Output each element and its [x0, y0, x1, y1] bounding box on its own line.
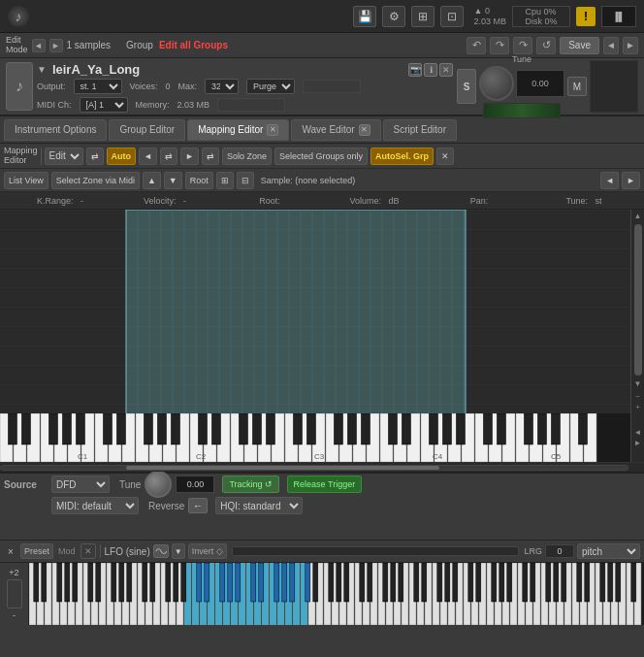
h-scrollbar-handle[interactable]: [126, 466, 439, 470]
svg-rect-223: [399, 563, 403, 602]
pitch-slider[interactable]: [7, 579, 22, 608]
svg-rect-205: [205, 563, 209, 602]
h-scrollbar[interactable]: [0, 462, 644, 472]
release-trigger-btn[interactable]: Release Trigger: [287, 476, 363, 493]
grid-btn[interactable]: ⊞: [216, 172, 234, 189]
save-btn[interactable]: Save: [560, 37, 599, 54]
grid2-btn[interactable]: ⊟: [237, 172, 254, 189]
tab-script-editor[interactable]: Script Editor: [383, 119, 457, 141]
tab-group-editor[interactable]: Group Editor: [109, 119, 185, 141]
lfo-waveform-btn[interactable]: [153, 544, 169, 558]
root-header: Root:: [217, 196, 322, 206]
camera-btn[interactable]: 📷: [408, 63, 422, 77]
up-btn[interactable]: ▲: [143, 172, 161, 189]
zoom-plus-btn[interactable]: +: [635, 403, 640, 411]
detach-btn[interactable]: ⊡: [440, 6, 464, 27]
invert-btn[interactable]: Invert ◇: [188, 543, 227, 559]
settings-btn[interactable]: ⚙: [382, 6, 405, 27]
arrow2-btn[interactable]: ⇄: [202, 148, 219, 165]
inst-arrow[interactable]: ▼: [37, 64, 47, 75]
nav-right-btn[interactable]: ►: [623, 37, 638, 54]
tab-mapping-close[interactable]: ✕: [267, 124, 278, 136]
mapping-mode-select[interactable]: Edit: [45, 148, 83, 165]
inst-close-btn[interactable]: ✕: [439, 63, 453, 77]
nav-left-btn[interactable]: ◄: [603, 37, 619, 54]
max-select[interactable]: 32: [205, 79, 239, 94]
roll-grid[interactable]: ▲ ▼ − +: [0, 210, 644, 413]
warning-icon[interactable]: !: [576, 7, 596, 26]
scroll-down-btn[interactable]: ▼: [634, 379, 642, 388]
auto-btn[interactable]: Auto: [107, 148, 137, 165]
list-view-btn[interactable]: List View: [4, 172, 48, 189]
lfo-amount-slider[interactable]: [232, 546, 520, 556]
refresh-btn[interactable]: ↺: [536, 37, 556, 54]
tune-src-knob[interactable]: [145, 471, 172, 498]
tab-wave-editor[interactable]: Wave Editor ✕: [291, 119, 380, 141]
zoom-minus-btn[interactable]: −: [635, 392, 640, 401]
mode-prev-btn[interactable]: ◄: [32, 39, 46, 52]
mini-piano[interactable]: [29, 563, 644, 625]
arrow-icon[interactable]: ⇄: [86, 148, 104, 165]
lfo-row: × Preset Mod ✕ LFO (sine) ▼ Invert ◇ LRG…: [0, 540, 644, 563]
right-arrow-btn2[interactable]: ⇄: [160, 148, 177, 165]
solo-btn[interactable]: S: [457, 69, 476, 104]
svg-rect-227: [445, 563, 450, 602]
svg-rect-232: [499, 563, 504, 602]
sample-prev-btn[interactable]: ◄: [600, 172, 619, 189]
mute-btn[interactable]: M: [567, 77, 587, 96]
tab-mapping-editor[interactable]: Mapping Editor ✕: [187, 119, 289, 141]
sample-next-btn[interactable]: ►: [622, 172, 640, 189]
info-btn[interactable]: ℹ: [424, 63, 437, 77]
left-arrow-btn[interactable]: ◄: [139, 148, 157, 165]
hqi-select[interactable]: HQI: standard: [215, 497, 303, 514]
mod-x-btn[interactable]: ✕: [80, 543, 96, 559]
fwd-btn[interactable]: ↷: [513, 37, 532, 54]
lfo-target-select[interactable]: pitch: [577, 543, 640, 559]
tab-wave-close[interactable]: ✕: [359, 124, 370, 136]
midi-select[interactable]: [A] 1: [80, 97, 128, 113]
kontakt-panel-btn[interactable]: ▐▌: [601, 6, 636, 27]
mod-close-btn[interactable]: ×: [4, 546, 17, 557]
hscroll-right[interactable]: ►: [634, 439, 642, 447]
mapping-toolbar2: List View Select Zone via Midi ▲ ▼ Root …: [0, 169, 644, 192]
hscroll-left[interactable]: ◄: [634, 428, 642, 437]
lrg-value[interactable]: 0: [545, 544, 574, 558]
reverse-btn[interactable]: ←: [188, 498, 208, 513]
tune-knob[interactable]: [479, 66, 514, 101]
svg-rect-235: [531, 563, 535, 602]
memory-label: Memory:: [136, 100, 170, 110]
dfd-select[interactable]: DFD: [51, 476, 110, 493]
mode-next-btn[interactable]: ►: [49, 39, 63, 52]
down-btn[interactable]: ▼: [164, 172, 182, 189]
svg-rect-240: [585, 563, 590, 602]
lfo-toggle-btn[interactable]: ▼: [172, 543, 185, 559]
redo-btn[interactable]: ↷: [490, 37, 509, 54]
svg-rect-89: [211, 413, 220, 444]
svg-rect-97: [361, 413, 370, 444]
mapping-close-btn[interactable]: ✕: [436, 148, 454, 165]
output-select[interactable]: st. 1: [74, 79, 122, 94]
layout-btn[interactable]: ⊞: [411, 6, 435, 27]
purge-select[interactable]: Purge: [246, 79, 295, 94]
tracking-btn[interactable]: Tracking ↺: [222, 476, 278, 493]
solo-zone-btn[interactable]: Solo Zone: [222, 148, 272, 165]
select-zone-midi-btn[interactable]: Select Zone via Midi: [51, 172, 140, 189]
edit-all-groups-btn[interactable]: Edit all Groups: [159, 40, 228, 50]
midi-default-select[interactable]: MIDI: default: [51, 497, 139, 514]
selected-groups-btn[interactable]: Selected Groups only: [274, 148, 368, 165]
svg-rect-197: [119, 563, 124, 602]
note-c1: C1: [78, 452, 87, 461]
autosel-btn[interactable]: AutoSel. Grp: [370, 148, 434, 165]
source-label: Source: [4, 479, 48, 490]
midi-label: MIDI Ch:: [37, 100, 72, 110]
undo-btn[interactable]: ↶: [467, 37, 486, 54]
svg-rect-195: [96, 563, 101, 602]
tab-instrument-options[interactable]: Instrument Options: [4, 119, 107, 141]
right-btn2[interactable]: ►: [180, 148, 199, 165]
preset-btn[interactable]: Preset: [20, 543, 53, 559]
piano-keys[interactable]: C1 C2 C3 C4 C5 ◄ ►: [0, 413, 644, 462]
scroll-handle[interactable]: [634, 224, 642, 376]
root-btn[interactable]: Root: [185, 172, 213, 189]
save-icon-btn[interactable]: 💾: [353, 6, 376, 27]
scroll-up-btn[interactable]: ▲: [634, 212, 642, 220]
